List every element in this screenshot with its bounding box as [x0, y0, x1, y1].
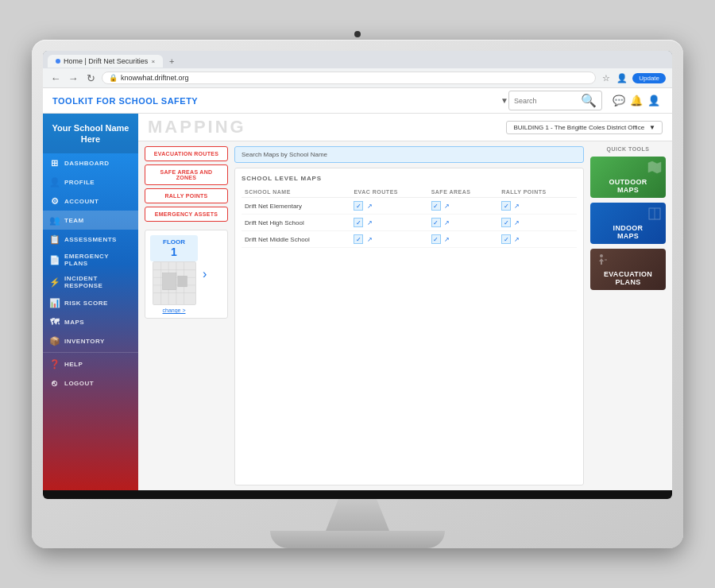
- mapping-watermark: MAPPING: [148, 117, 500, 137]
- tab-favicon: [56, 59, 60, 64]
- rally-cell-0: ✓ ↗: [498, 198, 577, 215]
- svg-point-13: [600, 254, 603, 257]
- sidebar-item-account[interactable]: ⚙ ACCOUNT: [43, 191, 138, 211]
- table-title: SCHOOL LEVEL MAPS: [242, 175, 577, 182]
- col-evac-routes: EVAC ROUTES: [350, 187, 427, 198]
- table-row: Drift Net Elementary ✓ ↗ ✓ ↗: [242, 198, 577, 215]
- link-icon[interactable]: ↗: [444, 219, 450, 226]
- content-grid: EVACUATION ROUTES SAFE AREAS AND ZONES R…: [138, 141, 672, 490]
- evacuation-routes-button[interactable]: EVACUATION ROUTES: [145, 146, 228, 161]
- link-icon[interactable]: ↗: [514, 219, 520, 226]
- search-icon[interactable]: 🔍: [581, 93, 597, 108]
- outdoor-maps-label: OUTDOORMAPS: [590, 179, 666, 195]
- sidebar-item-emergency-plans[interactable]: 📄 EMERGENCY PLANS: [43, 249, 138, 271]
- check-icon: ✓: [354, 234, 363, 244]
- search-input[interactable]: [514, 97, 578, 105]
- tab-close-button[interactable]: ×: [151, 58, 155, 65]
- app-container: TOOLKIT FOR SCHOOL SAFETY ▼ 🔍 💬 🔔 👤 Your…: [43, 88, 672, 490]
- risk-icon: 📊: [49, 297, 60, 308]
- link-icon[interactable]: ↗: [514, 203, 520, 210]
- sidebar-nav: ⊞ DASHBOARD 👤 PROFILE ⚙ ACCOUNT 👥: [43, 153, 138, 490]
- floor-map-area: FLOOR 1: [145, 230, 228, 319]
- indoor-maps-card[interactable]: INDOORMAPS: [590, 203, 666, 244]
- sidebar-item-team[interactable]: 👥 TEAM: [43, 211, 138, 230]
- center-panel: Search Maps by School Name SCHOOL LEVEL …: [234, 146, 584, 485]
- back-button[interactable]: ←: [49, 72, 62, 84]
- rally-points-button[interactable]: RALLY POINTS: [145, 188, 228, 203]
- browser-tab-active[interactable]: Home | Drift Net Securities ×: [48, 55, 163, 68]
- safe-areas-button[interactable]: SAFE AREAS AND ZONES: [145, 164, 228, 185]
- search-maps-bar[interactable]: Search Maps by School Name: [234, 146, 584, 163]
- floor-number: 1: [153, 246, 195, 258]
- link-icon[interactable]: ↗: [367, 219, 373, 226]
- sidebar-label-help: HELP: [64, 361, 83, 368]
- help-icon: ❓: [49, 358, 60, 369]
- col-rally-points: RALLY POINTS: [498, 187, 577, 198]
- avatar-icon[interactable]: 👤: [616, 72, 628, 83]
- app-header: TOOLKIT FOR SCHOOL SAFETY ▼ 🔍 💬 🔔 👤: [43, 88, 672, 114]
- bell-icon[interactable]: 🔔: [628, 92, 645, 110]
- link-icon[interactable]: ↗: [367, 203, 373, 210]
- check-icon: ✓: [501, 218, 511, 227]
- sidebar-item-maps[interactable]: 🗺 MAPS: [43, 312, 138, 331]
- inventory-icon: 📦: [49, 335, 60, 346]
- left-nav-panel: EVACUATION ROUTES SAFE AREAS AND ZONES R…: [145, 146, 228, 485]
- sidebar-item-dashboard[interactable]: ⊞ DASHBOARD: [43, 153, 138, 172]
- emergency-plans-icon: 📄: [49, 254, 60, 265]
- school-name-cell: Drift Net High School: [242, 215, 350, 231]
- evacuation-plans-card[interactable]: EVACUATIONPLANS: [590, 249, 666, 290]
- sidebar-item-profile[interactable]: 👤 PROFILE: [43, 172, 138, 191]
- forward-button[interactable]: →: [67, 72, 79, 84]
- lock-icon: 🔒: [109, 74, 118, 82]
- building-selector[interactable]: BUILDING 1 - The Brigitte Coles District…: [506, 121, 663, 134]
- map-table-container: SCHOOL LEVEL MAPS SCHOOL NAME EVAC ROUTE…: [234, 168, 584, 485]
- sidebar-item-help[interactable]: ❓ HELP: [43, 354, 138, 373]
- sidebar-item-assessments[interactable]: 📋 ASSESSMENTS: [43, 230, 138, 249]
- quick-tools-label: QUICK TOOLS: [590, 146, 666, 152]
- floor-next-arrow[interactable]: ›: [203, 267, 207, 281]
- sidebar-item-risk-score[interactable]: 📊 RISK SCORE: [43, 293, 138, 312]
- link-icon[interactable]: ↗: [444, 236, 450, 243]
- evac-cell-0: ✓ ↗: [350, 198, 427, 215]
- webcam-icon: [354, 31, 361, 37]
- outdoor-maps-card[interactable]: OUTDOORMAPS: [590, 157, 666, 198]
- col-safe-areas: SAFE AREAS: [428, 187, 499, 198]
- sidebar-item-incident-response[interactable]: ⚡ INCIDENT RESPONSE: [43, 271, 138, 293]
- check-icon: ✓: [501, 201, 511, 211]
- sidebar-label-logout: LOGOUT: [64, 380, 94, 387]
- rally-cell-1: ✓ ↗: [498, 215, 577, 231]
- title-dropdown-arrow[interactable]: ▼: [500, 96, 508, 105]
- floor-label: FLOOR: [153, 238, 195, 246]
- evac-cell-1: ✓ ↗: [350, 215, 427, 231]
- header-search[interactable]: 🔍: [508, 91, 602, 110]
- chat-icon[interactable]: 💬: [610, 92, 628, 110]
- url-text: knowwhat.driftnet.org: [121, 74, 189, 82]
- school-name: Your School Name Here: [43, 114, 138, 153]
- link-icon[interactable]: ↗: [367, 236, 373, 243]
- refresh-button[interactable]: ↻: [84, 72, 97, 84]
- star-icon[interactable]: ☆: [601, 72, 612, 83]
- incident-icon: ⚡: [49, 277, 60, 288]
- col-school-name: SCHOOL NAME: [242, 187, 350, 198]
- main-content: Your School Name Here ⊞ DASHBOARD 👤 PROF…: [43, 114, 672, 490]
- check-icon: ✓: [501, 234, 511, 244]
- new-tab-button[interactable]: +: [164, 54, 179, 68]
- change-floor-link[interactable]: change >: [163, 308, 186, 313]
- rally-cell-2: ✓ ↗: [498, 231, 577, 248]
- user-icon[interactable]: 👤: [645, 92, 663, 110]
- page-header: MAPPING BUILDING 1 - The Brigitte Coles …: [138, 114, 672, 141]
- page-content: MAPPING BUILDING 1 - The Brigitte Coles …: [138, 114, 672, 490]
- check-icon: ✓: [354, 201, 363, 211]
- url-bar[interactable]: 🔒 knowwhat.driftnet.org: [102, 72, 596, 84]
- indoor-maps-label: INDOORMAPS: [590, 225, 666, 241]
- sidebar-item-logout[interactable]: ⎋ LOGOUT: [43, 373, 138, 393]
- check-icon: ✓: [431, 234, 441, 244]
- update-button[interactable]: Update: [632, 73, 666, 83]
- emergency-assets-button[interactable]: EMERGENCY ASSETS: [145, 207, 228, 222]
- building-name: BUILDING 1 - The Brigitte Coles District…: [513, 124, 644, 131]
- sidebar-item-inventory[interactable]: 📦 INVENTORY: [43, 331, 138, 350]
- right-panel: QUICK TOOLS OUTDOORMAPS INDOORMAPS: [590, 146, 666, 485]
- link-icon[interactable]: ↗: [444, 203, 450, 210]
- evacuation-plans-label: EVACUATIONPLANS: [590, 271, 666, 287]
- link-icon[interactable]: ↗: [514, 236, 520, 243]
